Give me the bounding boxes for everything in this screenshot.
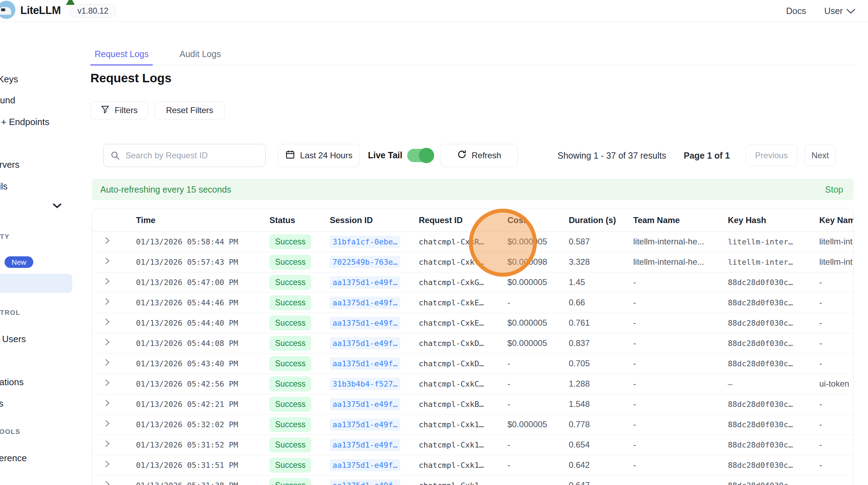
session-id-link[interactable]: 7022549b-763e… xyxy=(330,256,400,268)
sidebar-item-teams[interactable]: s xyxy=(0,398,4,409)
cell-key-hash: litellm-inter… xyxy=(714,252,805,272)
previous-page-button[interactable]: Previous xyxy=(746,145,797,166)
sidebar-item-users[interactable]: Users xyxy=(2,334,26,345)
expand-row-chevron-icon[interactable] xyxy=(105,338,110,348)
session-id-link[interactable]: aa1375d1-e49f… xyxy=(330,358,400,370)
cell-cost: - xyxy=(493,353,555,374)
session-id-link[interactable]: aa1375d1-e49f… xyxy=(330,418,400,431)
expand-row-chevron-icon[interactable] xyxy=(105,439,110,450)
cell-request-id: chatcmpl-CxkB… xyxy=(405,394,493,414)
cell-time: 01/13/2026 05:42:56 PM xyxy=(122,374,255,394)
cell-cost: - xyxy=(493,394,555,414)
table-row: 01/13/2026 05:57:43 PMSuccess7022549b-76… xyxy=(92,252,854,272)
status-badge: Success xyxy=(269,255,311,270)
expand-row-chevron-icon[interactable] xyxy=(105,236,110,247)
expand-row-chevron-icon[interactable] xyxy=(105,419,110,430)
cell-cost: $0.000005 xyxy=(493,231,555,252)
cell-key-name: litellm-int… xyxy=(805,252,854,272)
cell-duration: 0.761 xyxy=(555,313,619,333)
cell-key-name: - xyxy=(805,475,854,485)
cell-status: Success xyxy=(255,272,316,292)
expand-row-chevron-icon[interactable] xyxy=(105,297,110,308)
cell-time: 01/13/2026 05:31:51 PM xyxy=(122,455,255,475)
sidebar-collapse-chevron-icon[interactable] xyxy=(53,203,62,210)
cell-key-name: litellm-int… xyxy=(805,231,854,252)
session-id-link[interactable]: aa1375d1-e49f… xyxy=(330,337,400,349)
sidebar-item-keys[interactable]: Keys xyxy=(0,74,18,85)
cell-duration: 0.647 xyxy=(555,475,619,485)
cell-status: Success xyxy=(255,353,316,374)
session-id-link[interactable]: aa1375d1-e49f… xyxy=(330,459,400,471)
status-badge: Success xyxy=(269,458,311,473)
cell-session-id: aa1375d1-e49f… xyxy=(316,272,405,292)
filters-button[interactable]: Filters xyxy=(90,101,148,119)
session-id-link[interactable]: aa1375d1-e49f… xyxy=(330,317,400,329)
refresh-button[interactable]: Refresh xyxy=(440,144,518,167)
cell-status: Success xyxy=(255,455,316,475)
live-tail-toggle[interactable] xyxy=(407,149,433,162)
cell-session-id: aa1375d1-e49f… xyxy=(316,394,405,414)
cell-request-id: chatcmpl-Cxk1… xyxy=(405,455,493,475)
search-input[interactable] xyxy=(103,144,266,167)
cell-session-id: aa1375d1-e49f… xyxy=(316,313,405,333)
cell-team-name: - xyxy=(619,475,714,485)
sidebar-item-guardrails[interactable]: ils xyxy=(0,181,8,192)
table-row: 01/13/2026 05:47:00 PMSuccessaa1375d1-e4… xyxy=(92,272,854,292)
sidebar-item-models-endpoints[interactable]: + Endpoints xyxy=(1,117,49,127)
cell-session-id: aa1375d1-e49f… xyxy=(316,455,405,475)
time-range-button[interactable]: Last 24 Hours xyxy=(278,144,360,167)
session-id-link[interactable]: 31bfa1cf-0ebe… xyxy=(330,236,400,248)
cell-duration: 0.654 xyxy=(555,435,619,455)
sidebar-item-logs-selected[interactable] xyxy=(0,274,72,293)
cell-expand xyxy=(92,475,122,485)
reset-filters-button[interactable]: Reset Filters xyxy=(155,101,225,119)
cell-key-hash: 88dc28d0f030c… xyxy=(714,455,805,475)
cell-team-name: - xyxy=(619,333,714,353)
live-tail-label: Live Tail xyxy=(368,150,402,160)
table-row: 01/13/2026 05:43:40 PMSuccessaa1375d1-e4… xyxy=(92,353,854,374)
cell-duration: 0.642 xyxy=(555,455,619,475)
cell-expand xyxy=(92,231,122,252)
new-badge: New xyxy=(5,256,33,268)
table-row: 01/13/2026 05:31:52 PMSuccessaa1375d1-e4… xyxy=(92,435,854,455)
cell-request-id: chatcmpl-Cxk1… xyxy=(405,475,493,485)
session-id-link[interactable]: aa1375d1-e49f… xyxy=(330,276,400,289)
session-id-link[interactable]: aa1375d1-e49f… xyxy=(330,479,400,485)
expand-row-chevron-icon[interactable] xyxy=(105,318,110,328)
cell-time: 01/13/2026 05:32:02 PM xyxy=(122,414,255,435)
status-badge: Success xyxy=(269,336,311,351)
cell-cost: $0.000098 xyxy=(493,252,555,272)
cell-session-id: aa1375d1-e49f… xyxy=(316,414,405,435)
expand-row-chevron-icon[interactable] xyxy=(105,460,110,470)
cell-key-hash: 88dc28d0f030c… xyxy=(714,292,805,313)
stop-auto-refresh-link[interactable]: Stop xyxy=(825,185,843,195)
column-header-expand xyxy=(92,209,122,231)
column-header-team-name: Team Name xyxy=(619,209,714,231)
sidebar-item-reference[interactable]: erence xyxy=(0,453,27,464)
session-id-link[interactable]: aa1375d1-e49f… xyxy=(330,398,400,410)
session-id-link[interactable]: 31b3b4b4-f527… xyxy=(330,378,400,390)
session-id-link[interactable]: aa1375d1-e49f… xyxy=(330,297,400,309)
expand-row-chevron-icon[interactable] xyxy=(105,480,110,485)
sidebar-item-servers[interactable]: rvers xyxy=(0,159,20,170)
expand-row-chevron-icon[interactable] xyxy=(105,379,110,389)
sidebar-item-playground[interactable]: und xyxy=(0,95,15,106)
tab-audit-logs[interactable]: Audit Logs xyxy=(175,46,225,65)
table-row: 01/13/2026 05:42:56 PMSuccess31b3b4b4-f5… xyxy=(92,374,854,394)
cell-cost: - xyxy=(493,455,555,475)
user-menu[interactable]: User xyxy=(824,6,855,16)
expand-row-chevron-icon[interactable] xyxy=(105,277,110,287)
tab-request-logs[interactable]: Request Logs xyxy=(90,46,153,65)
expand-row-chevron-icon[interactable] xyxy=(105,399,110,409)
sidebar-item-organizations[interactable]: ations xyxy=(0,377,23,388)
cell-duration: 3.328 xyxy=(555,252,619,272)
expand-row-chevron-icon[interactable] xyxy=(105,358,110,369)
cell-key-name: - xyxy=(805,435,854,455)
next-page-button[interactable]: Next xyxy=(805,145,836,166)
litellm-dashboard: LiteLLM v1.80.12 Docs User Keys und + En… xyxy=(0,0,868,485)
docs-link[interactable]: Docs xyxy=(786,6,806,16)
session-id-link[interactable]: aa1375d1-e49f… xyxy=(330,439,400,451)
status-badge: Success xyxy=(269,234,311,249)
cell-key-name: - xyxy=(805,414,854,435)
expand-row-chevron-icon[interactable] xyxy=(105,257,110,267)
